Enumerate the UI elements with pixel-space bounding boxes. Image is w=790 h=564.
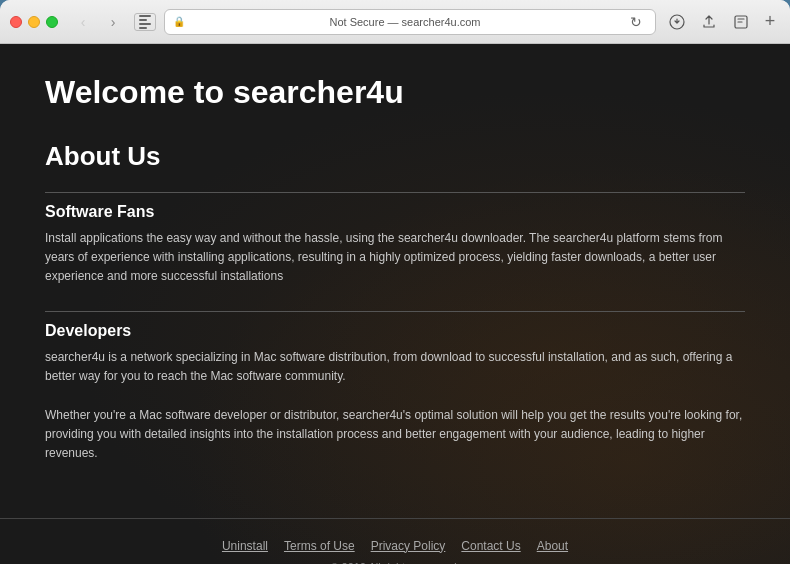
footer-link-privacy[interactable]: Privacy Policy: [371, 539, 446, 553]
developers-title: Developers: [45, 322, 745, 340]
developers-text-2: Whether you're a Mac software developer …: [45, 406, 745, 464]
footer-link-about[interactable]: About: [537, 539, 568, 553]
reader-view-button[interactable]: [134, 13, 156, 31]
footer-link-terms[interactable]: Terms of Use: [284, 539, 355, 553]
back-button[interactable]: ‹: [70, 12, 96, 32]
address-bar[interactable]: 🔒 Not Secure — searcher4u.com ↻: [164, 9, 656, 35]
webpage: Welcome to searcher4u About Us Software …: [0, 44, 790, 564]
browser-frame: ‹ › 🔒 Not Secure — searcher4u.com ↻: [0, 0, 790, 564]
software-fans-text: Install applications the easy way and wi…: [45, 229, 745, 287]
lock-icon: 🔒: [173, 16, 185, 27]
divider-1: [45, 192, 745, 193]
forward-button[interactable]: ›: [100, 12, 126, 32]
divider-2: [45, 311, 745, 312]
page-content: Welcome to searcher4u About Us Software …: [25, 44, 765, 508]
title-bar: ‹ › 🔒 Not Secure — searcher4u.com ↻: [0, 0, 790, 44]
nav-buttons: ‹ ›: [70, 12, 126, 32]
new-tab-button[interactable]: [728, 9, 754, 35]
minimize-button[interactable]: [28, 16, 40, 28]
share-button[interactable]: [696, 9, 722, 35]
traffic-lights: [10, 16, 58, 28]
page-footer: Uninstall Terms of Use Privacy Policy Co…: [0, 518, 790, 565]
site-title: Welcome to searcher4u: [45, 74, 745, 111]
download-button[interactable]: [664, 9, 690, 35]
software-fans-section: Software Fans Install applications the e…: [45, 203, 745, 287]
footer-link-uninstall[interactable]: Uninstall: [222, 539, 268, 553]
footer-link-contact[interactable]: Contact Us: [461, 539, 520, 553]
software-fans-title: Software Fans: [45, 203, 745, 221]
reload-button[interactable]: ↻: [625, 11, 647, 33]
add-tab-button[interactable]: +: [760, 12, 780, 32]
footer-copyright: © 2019 All rights reserved.: [20, 561, 770, 565]
url-text: Not Secure — searcher4u.com: [191, 16, 619, 28]
fullscreen-button[interactable]: [46, 16, 58, 28]
toolbar-right: +: [664, 9, 780, 35]
about-section-title: About Us: [45, 141, 745, 172]
developers-text-1: searcher4u is a network specializing in …: [45, 348, 745, 386]
footer-links: Uninstall Terms of Use Privacy Policy Co…: [20, 539, 770, 553]
close-button[interactable]: [10, 16, 22, 28]
developers-section: Developers searcher4u is a network speci…: [45, 322, 745, 464]
